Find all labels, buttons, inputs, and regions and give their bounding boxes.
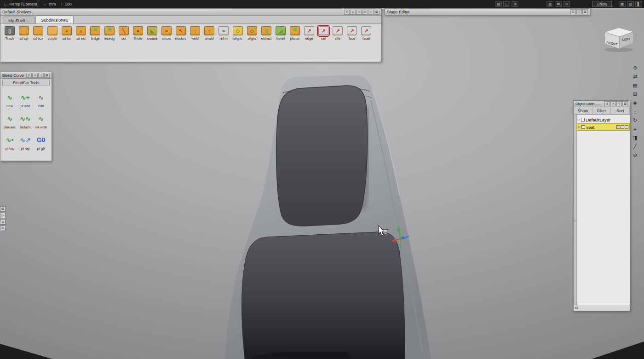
blend-tool-pt-ray[interactable]: ∿↗pt ray xyxy=(17,129,33,151)
close-icon[interactable]: ⊠ xyxy=(374,10,380,15)
shelf-tool-flhole[interactable]: ●flhole xyxy=(131,25,145,48)
panel-icon[interactable]: ▦ xyxy=(619,1,626,7)
help-icon[interactable]: ? xyxy=(616,101,622,106)
shelf-tool-sd-tor[interactable]: ●sd tor xyxy=(60,25,74,48)
blend-tool-item[interactable]: Rev xyxy=(2,151,17,161)
expand-icon[interactable]: ▷ xyxy=(0,213,6,218)
shelf-tool-brdge[interactable]: ▀brdge xyxy=(88,25,102,48)
object-lister-titlebar[interactable]: Object Lister - ... ⇕≡?⊠ xyxy=(574,101,630,107)
restore-icon[interactable]: ▭ xyxy=(362,10,368,15)
shelf-tool-sd-ext[interactable]: ▲sd ext xyxy=(74,25,88,48)
menu-icon[interactable]: ≡ xyxy=(610,101,616,106)
seat-cushion[interactable] xyxy=(242,232,405,359)
blend-tool-pt-add[interactable]: ∿+pt add xyxy=(17,87,33,108)
monitor-icon[interactable]: ▥ xyxy=(546,1,553,7)
clipped-button[interactable]: ▌ xyxy=(635,1,642,7)
link-icon[interactable]: ⇄ xyxy=(555,1,562,7)
gizmo-center-handle[interactable] xyxy=(402,237,404,239)
dock-icon[interactable]: ⇕ xyxy=(26,73,32,78)
shelf-tool-face[interactable]: ↗face xyxy=(345,25,359,48)
layer-toggle-2-icon[interactable] xyxy=(621,125,624,129)
visibility-checkbox[interactable] xyxy=(581,125,585,129)
blend-tool-pt-loc[interactable]: ∿•pt loc xyxy=(2,129,17,151)
blend-tool-mk-mstr[interactable]: ∿mk mstr xyxy=(33,108,49,129)
shelf-tool-sd-cyl[interactable]: sd cyl xyxy=(17,25,31,48)
menu-icon[interactable]: ≡ xyxy=(0,219,6,225)
close-icon[interactable]: ⊠ xyxy=(0,206,6,212)
close-icon[interactable]: ⊠ xyxy=(582,9,588,14)
shelf-tool-facel[interactable]: ↗facel xyxy=(359,25,373,48)
blend-tool-item[interactable]: ∿ xyxy=(33,151,49,161)
rotate-view-icon[interactable]: ↻ xyxy=(631,117,639,124)
tab-show[interactable]: Show xyxy=(574,107,592,114)
layer-toggle-1-icon[interactable] xyxy=(616,125,620,129)
document-icon[interactable]: ▢ xyxy=(503,1,510,7)
shelf-tool-crease[interactable]: ◣crease xyxy=(145,25,159,48)
collapse-icon[interactable]: ▽ xyxy=(576,9,582,14)
tab-subdivision[interactable]: Subdivision#2 xyxy=(35,16,74,23)
menu-icon[interactable]: ≡ xyxy=(32,73,38,78)
blend-curve-titlebar[interactable]: Blend Curve ⇕≡◁⊠ xyxy=(0,72,52,79)
blend-tool-item[interactable]: ∿ xyxy=(17,151,33,161)
show-button[interactable]: Show xyxy=(592,1,612,7)
layer-toggle-3-icon[interactable] xyxy=(625,125,628,129)
dock-icon[interactable]: ⇕ xyxy=(344,10,350,15)
menu-icon[interactable]: ≡ xyxy=(350,10,356,15)
blend-tool-detach[interactable]: ∿∿detach xyxy=(17,108,33,129)
add-layer-icon[interactable]: ⊕ xyxy=(575,306,578,310)
pencil-icon[interactable]: ╱ xyxy=(631,143,639,150)
layout-icon[interactable]: ▧ xyxy=(627,1,634,7)
headrest[interactable] xyxy=(276,86,368,226)
shelf-tool-unwld[interactable]: ↑unwld xyxy=(202,25,216,48)
pan-icon[interactable]: ⇄ xyxy=(631,73,639,80)
close-icon[interactable]: ⊠ xyxy=(622,101,628,106)
blend-tool-edit[interactable]: ∿edit xyxy=(33,87,49,108)
pivot-icon[interactable]: ◈ xyxy=(631,99,639,106)
shelf-tool-aligns[interactable]: ◇aligns xyxy=(245,25,259,48)
shelf-tool-insedg[interactable]: ▀insedg xyxy=(103,25,116,48)
shelf-tool-edge[interactable]: ↗edge xyxy=(302,25,316,48)
object-lister-scrollbar[interactable]: ≡ xyxy=(574,115,577,305)
grid-icon[interactable]: ⊞ xyxy=(563,1,570,7)
expander-icon[interactable]: ▷ xyxy=(578,125,581,129)
expander-icon[interactable]: ▷ xyxy=(578,118,580,122)
shelf-tool-planar[interactable]: ▀planar xyxy=(288,25,302,48)
layer-row-seat[interactable]: ▷seat xyxy=(577,123,630,131)
crosshair-icon[interactable]: + xyxy=(61,2,63,6)
tab-my-shelf[interactable]: My Shelf... xyxy=(3,17,34,23)
shelf-tool-trash[interactable]: ▯Trash xyxy=(3,25,17,48)
shelves-titlebar[interactable]: Default Shelves ⇕≡◁▭△⊠ xyxy=(0,9,381,16)
hide-icon[interactable]: ⊘ xyxy=(631,152,639,159)
shelf-tool-sd-pln[interactable]: sd pln xyxy=(46,25,59,48)
ruler-icon[interactable]: ↔ xyxy=(43,2,47,6)
shelf-tool-refrm[interactable]: ≈refrm xyxy=(217,25,230,48)
minimize-icon[interactable]: △ xyxy=(368,10,374,15)
shelf-tool-sd-box[interactable]: sd box xyxy=(31,25,45,48)
pin-icon[interactable]: ⊡ xyxy=(570,9,576,14)
fit-view-icon[interactable]: ↕ xyxy=(631,108,639,115)
collapse-icon[interactable]: ◁ xyxy=(38,73,44,78)
tab-sort[interactable]: Sort xyxy=(611,107,630,114)
cube-stack-icon[interactable]: ▤ xyxy=(631,82,639,89)
shelf-tool-slfe[interactable]: ↗slfe xyxy=(331,25,345,48)
layer-row-defaultlayer[interactable]: ▷DefaultLayer xyxy=(577,116,630,123)
stage-editor-titlebar[interactable]: Stage Editor ⊡▽⊠ xyxy=(385,9,590,15)
scrollbar-grip-icon[interactable]: ≡ xyxy=(574,219,575,222)
shelf-tool-modcrs[interactable]: ↖modcrs xyxy=(174,25,188,48)
magnifier-icon[interactable]: ⊕ xyxy=(512,1,518,7)
grid-icon[interactable]: ⊞ xyxy=(0,226,6,231)
blend-tool-new[interactable]: ∿new xyxy=(2,87,17,108)
printer-icon[interactable]: ▤ xyxy=(495,1,502,7)
shelf-tool-weld[interactable]: ↑weld xyxy=(188,25,202,48)
shelf-tool-uncrs[interactable]: ×uncrs xyxy=(160,25,173,48)
shading-icon[interactable]: ◨ xyxy=(631,134,639,141)
zoom-icon[interactable]: ⊕ xyxy=(631,64,639,71)
blend-tool-pt-g0[interactable]: G0pt g0 xyxy=(33,129,49,151)
shelf-tool-cut[interactable]: ╲cut xyxy=(117,25,131,48)
display-icon[interactable]: ▭ xyxy=(4,2,8,6)
shelf-tool-bevel[interactable]: ◢bevel xyxy=(274,25,288,48)
dock-icon[interactable]: ⇕ xyxy=(604,101,610,106)
shelf-tool-extract[interactable]: ▮extract xyxy=(259,25,273,48)
view-label[interactable]: Persp [Camera] xyxy=(10,2,39,6)
shelf-tool-alignc[interactable]: ◇alignc xyxy=(231,25,245,48)
